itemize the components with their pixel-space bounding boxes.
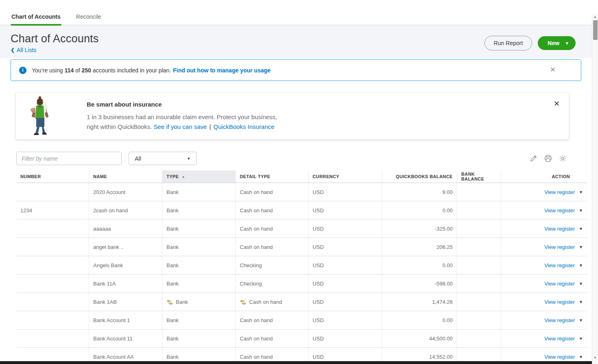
scroll-down-icon[interactable]: ▼ xyxy=(592,355,598,361)
chevron-down-icon[interactable]: ▼ xyxy=(579,300,583,304)
chevron-left-icon: ❮ xyxy=(11,47,15,53)
chevron-down-icon[interactable]: ▼ xyxy=(565,41,569,46)
table-row[interactable]: 1234 2cash on hand Bank Cash on hand USD… xyxy=(16,201,587,220)
cell-name: aaaaaa xyxy=(89,220,162,238)
cell-type: Bank xyxy=(162,220,235,238)
all-lists-link[interactable]: ❮ All Lists xyxy=(11,47,36,53)
cell-type: Bank xyxy=(162,201,235,219)
col-header-quickbooks-balance[interactable]: QUICKBOOKS BALANCE xyxy=(382,170,457,183)
view-register-link[interactable]: View register xyxy=(544,317,575,323)
table-row[interactable]: Bank Account 1 Bank Cash on hand USD 0.0… xyxy=(16,311,587,329)
cell-quickbooks-balance: 44,500.00 xyxy=(382,329,457,347)
cell-quickbooks-balance: -325.00 xyxy=(382,220,457,238)
cell-detail-type: Cash on hand xyxy=(235,201,308,219)
scroll-up-icon[interactable]: ▲ xyxy=(592,14,598,20)
chevron-down-icon[interactable]: ▼ xyxy=(579,190,583,194)
cell-name: 2020 Account xyxy=(89,183,162,201)
col-header-detail-type[interactable]: DETAIL TYPE xyxy=(235,170,308,183)
cell-bank-balance xyxy=(457,275,501,292)
col-header-type[interactable]: TYPE ▲ xyxy=(162,170,235,183)
table-row[interactable]: angel bank .. Bank Cash on hand USD 206.… xyxy=(16,238,587,256)
page-header: Chart of Accounts ❮ All Lists Run Report… xyxy=(0,25,592,58)
table-row[interactable]: Angels Bank Bank Checking USD 0.00 xyxy=(16,256,587,275)
cell-quickbooks-balance: 0.00 xyxy=(382,201,457,219)
quickbooks-insurance-link[interactable]: QuickBooks Insurance xyxy=(213,123,274,130)
cell-number xyxy=(16,293,89,311)
table-row[interactable]: 2020 Account Bank Cash on hand USD 9.00 xyxy=(16,183,587,201)
col-header-bank-balance[interactable]: BANK BALANCE xyxy=(457,170,501,183)
tab-label: Reconcile xyxy=(76,13,101,20)
view-register-link[interactable]: View register xyxy=(544,262,575,268)
usage-banner-text: You’re using 114 of 250 accounts include… xyxy=(32,67,171,74)
tab-chart-of-accounts[interactable]: Chart of Accounts xyxy=(11,10,61,25)
edit-pencil-icon[interactable] xyxy=(530,155,537,162)
chevron-down-icon[interactable]: ▼ xyxy=(579,318,583,323)
view-register-link[interactable]: View register xyxy=(544,299,575,305)
view-register-link[interactable]: View register xyxy=(544,207,575,214)
chevron-down-icon[interactable]: ▼ xyxy=(579,281,583,286)
tab-reconcile[interactable]: Reconcile xyxy=(75,10,102,25)
cell-number xyxy=(16,238,89,256)
table-row[interactable]: Bank 1AB Bank Cash on hand USD 1,474.26 xyxy=(16,293,587,311)
type-filter-value: All xyxy=(135,155,141,162)
vertical-scrollbar[interactable]: ▲ ▼ xyxy=(592,14,598,364)
accounts-table: NUMBER NAME TYPE ▲ DETAIL TYPE CURRENCY … xyxy=(16,170,587,364)
cell-action: View register ▼ xyxy=(501,238,587,256)
cell-quickbooks-balance: 9.00 xyxy=(382,183,457,201)
type-filter-select[interactable]: All ▼ xyxy=(129,152,197,165)
close-icon[interactable]: ✕ xyxy=(554,99,560,108)
view-register-link[interactable]: View register xyxy=(544,281,575,287)
tab-label: Chart of Accounts xyxy=(11,13,61,20)
table-row[interactable]: Bank 11A Bank Checking USD -598.00 xyxy=(16,275,587,293)
pending-sync-icon xyxy=(240,299,246,305)
cell-action: View register ▼ xyxy=(501,183,587,201)
chevron-down-icon[interactable]: ▼ xyxy=(579,336,583,341)
sort-ascending-icon: ▲ xyxy=(182,175,185,179)
col-header-number[interactable]: NUMBER xyxy=(16,170,89,183)
view-register-link[interactable]: View register xyxy=(544,189,575,195)
cell-type: Bank xyxy=(162,329,235,347)
view-register-link[interactable]: View register xyxy=(544,336,575,342)
insurance-card-title: Be smart about insurance xyxy=(87,101,277,108)
chevron-down-icon[interactable]: ▼ xyxy=(579,208,583,213)
cell-action: View register ▼ xyxy=(501,329,587,347)
chevron-down-icon[interactable]: ▼ xyxy=(579,355,583,359)
cell-quickbooks-balance: 1,474.26 xyxy=(382,293,457,311)
cell-number xyxy=(16,220,89,238)
insurance-card: Be smart about insurance 1 in 3 business… xyxy=(16,93,569,139)
table-row[interactable]: aaaaaa Bank Cash on hand USD -325.00 xyxy=(16,220,587,238)
cell-currency: USD xyxy=(308,238,382,256)
chevron-down-icon: ▼ xyxy=(187,157,191,161)
cell-detail-type: Checking xyxy=(235,275,308,292)
table-row[interactable]: Bank Account 11 Bank Cash on hand USD 44… xyxy=(16,329,587,348)
print-icon[interactable] xyxy=(544,155,552,162)
filter-by-name-input[interactable] xyxy=(16,152,122,165)
scrollbar-thumb[interactable] xyxy=(593,20,598,40)
col-header-action: ACTION xyxy=(501,170,587,183)
col-header-name[interactable]: NAME xyxy=(89,170,162,183)
view-register-link[interactable]: View register xyxy=(544,244,575,250)
col-header-currency[interactable]: CURRENCY xyxy=(308,170,382,183)
cell-number xyxy=(16,311,89,329)
close-icon[interactable]: ✕ xyxy=(550,65,556,74)
manage-usage-link[interactable]: Find out how to manage your usage xyxy=(173,67,271,74)
run-report-button[interactable]: Run Report xyxy=(484,36,532,50)
new-button-label: New xyxy=(548,40,559,46)
new-button[interactable]: New ▼ xyxy=(538,36,576,50)
chevron-down-icon[interactable]: ▼ xyxy=(579,263,583,268)
cell-bank-balance xyxy=(457,183,501,201)
chevron-down-icon[interactable]: ▼ xyxy=(579,227,583,231)
cell-currency: USD xyxy=(308,293,382,311)
cell-name: Bank 11A xyxy=(89,275,162,292)
see-if-you-can-save-link[interactable]: See if you can save xyxy=(153,123,207,130)
cell-action: View register ▼ xyxy=(501,275,587,292)
cell-action: View register ▼ xyxy=(501,201,587,219)
chevron-down-icon[interactable]: ▼ xyxy=(579,245,583,249)
cell-name: angel bank .. xyxy=(89,238,162,256)
horizontal-scrollbar[interactable] xyxy=(0,361,592,364)
cell-name: Bank 1AB xyxy=(89,293,162,311)
insurance-mascot-image xyxy=(27,96,53,137)
view-register-link[interactable]: View register xyxy=(544,226,575,232)
view-register-link[interactable]: View register xyxy=(544,354,575,360)
gear-icon[interactable] xyxy=(559,155,567,162)
